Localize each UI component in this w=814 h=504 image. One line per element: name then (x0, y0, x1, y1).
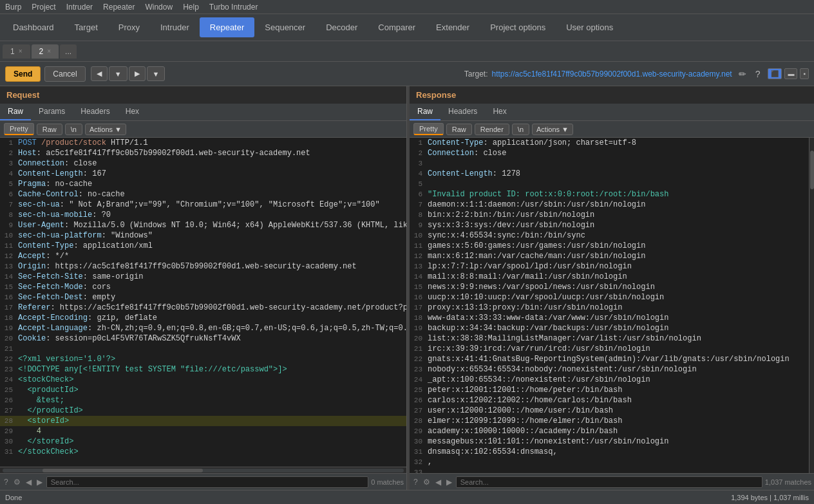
request-help-icon[interactable]: ? (3, 476, 10, 488)
tab-dashboard[interactable]: Dashboard (3, 17, 64, 37)
line-number: 26 (410, 396, 428, 405)
code-line-21: 21 (0, 344, 406, 354)
request-search-input[interactable] (46, 476, 369, 488)
prev-arrow[interactable]: ◀ (91, 66, 108, 81)
line-text: proxy:x:13:13:proxy:/bin:/usr/sbin/nolog… (428, 303, 809, 312)
code-line-30: 30 </storeId> (0, 436, 406, 447)
tab-proxy[interactable]: Proxy (108, 17, 150, 37)
code-line-24: 24_apt:x:100:65534::/nonexistent:/usr/sb… (410, 375, 809, 385)
request-ln-btn[interactable]: \n (65, 124, 82, 135)
repeater-tab-1[interactable]: 1 × (3, 44, 30, 59)
repeater-tab-2[interactable]: 2 × (32, 44, 59, 59)
code-line-24: 24<stockCheck> (0, 375, 406, 385)
response-prev-match-icon[interactable]: ◀ (434, 476, 442, 488)
request-code-area[interactable]: 1POST /product/stock HTTP/1.12Host: ac5c… (0, 138, 406, 467)
response-scrollbar-v[interactable] (809, 138, 814, 473)
line-text: <productId> (18, 386, 406, 395)
tab-decoder[interactable]: Decoder (316, 17, 368, 37)
response-ln-btn[interactable]: \n (512, 124, 529, 135)
tab-intruder[interactable]: Intruder (150, 17, 200, 37)
menu-window[interactable]: Window (145, 3, 173, 12)
request-tab-hex[interactable]: Hex (118, 104, 147, 120)
response-code-area[interactable]: 1Content-Type: application/json; charset… (410, 138, 809, 473)
line-text: <storeId> (18, 416, 406, 425)
menu-turbo[interactable]: Turbo Intruder (209, 3, 258, 12)
line-text: uucp:x:10:10:uucp:/var/spool/uucp:/usr/s… (428, 293, 809, 302)
request-prev-match-icon[interactable]: ◀ (24, 476, 33, 488)
line-text: sec-ch-ua-mobile: ?0 (18, 210, 406, 219)
line-text: Content-Length: 1278 (428, 169, 809, 178)
code-line-1: 1POST /product/stock HTTP/1.1 (0, 138, 406, 148)
request-tab-headers[interactable]: Headers (73, 104, 117, 120)
line-text: Pragma: no-cache (18, 180, 406, 189)
menu-repeater[interactable]: Repeater (103, 3, 135, 12)
response-tab-hex[interactable]: Hex (485, 104, 514, 120)
code-line-16: 16Sec-Fetch-Dest: empty (0, 292, 406, 303)
request-scrollbar-h[interactable] (0, 467, 406, 473)
response-title: Response (410, 86, 814, 104)
line-text: Sec-Fetch-Mode: cors (18, 283, 406, 292)
target-url[interactable]: https://ac5c1fe81f417ff9c0b57b99002f00d1… (492, 70, 732, 79)
request-tab-raw[interactable]: Raw (0, 104, 31, 120)
send-button[interactable]: Send (5, 66, 41, 82)
line-text: Sec-Fetch-Dest: empty (18, 293, 406, 302)
response-next-match-icon[interactable]: ▶ (445, 476, 453, 488)
line-text: sys:x:3:3:sys:/dev:/usr/sbin/nologin (428, 221, 809, 230)
line-number: 19 (410, 324, 428, 333)
tab-more[interactable]: ... (60, 44, 77, 59)
layout-maximize-icon[interactable]: ▪ (800, 68, 809, 79)
close-tab-2-icon[interactable]: × (47, 48, 51, 55)
request-raw-btn[interactable]: Raw (37, 124, 62, 135)
response-settings-icon[interactable]: ⚙ (422, 476, 431, 488)
request-pretty-btn[interactable]: Pretty (4, 123, 34, 135)
tab-user-options[interactable]: User options (556, 17, 623, 37)
response-tab-raw[interactable]: Raw (410, 104, 440, 120)
layout-split-v-icon[interactable]: ▬ (784, 68, 797, 79)
response-render-btn[interactable]: Render (475, 124, 509, 135)
menu-project[interactable]: Project (32, 3, 55, 12)
code-line-9: 9User-Agent: Mozilla/5.0 (Windows NT 10.… (0, 220, 406, 230)
response-raw-btn[interactable]: Raw (446, 124, 472, 135)
cancel-button[interactable]: Cancel (44, 66, 85, 82)
next-dropdown[interactable]: ▼ (147, 66, 166, 81)
request-settings-icon[interactable]: ⚙ (12, 476, 22, 488)
menu-intruder[interactable]: Intruder (66, 3, 93, 12)
prev-dropdown[interactable]: ▼ (109, 66, 128, 81)
line-text: nobody:x:65534:65534:nobody:/nonexistent… (428, 365, 809, 374)
line-text: Accept-Encoding: gzip, deflate (18, 313, 406, 322)
line-number: 11 (0, 241, 18, 250)
menu-burp[interactable]: Burp (5, 3, 21, 12)
line-text: bin:x:2:2:bin:/bin:/usr/sbin/nologin (428, 210, 809, 219)
line-number: 13 (0, 262, 18, 271)
response-help-icon[interactable]: ? (412, 476, 419, 488)
response-tab-headers[interactable]: Headers (440, 104, 485, 120)
request-next-match-icon[interactable]: ▶ (35, 476, 44, 488)
tab-repeater[interactable]: Repeater (200, 17, 254, 37)
response-pretty-btn[interactable]: Pretty (413, 123, 444, 135)
line-number: 1 (0, 138, 18, 147)
line-text: <!DOCTYPE any[<!ENTITY test SYSTEM "file… (18, 365, 406, 374)
tab-project-options[interactable]: Project options (480, 17, 556, 37)
response-actions-dropdown[interactable]: Actions ▼ (532, 124, 573, 135)
line-number: 20 (0, 334, 18, 343)
code-line-2: 2Host: ac5c1fe81f417ff9c0b57b99002f00d1.… (0, 148, 406, 158)
layout-split-h-icon[interactable]: ⬛ (768, 68, 782, 79)
tab-extender[interactable]: Extender (426, 17, 480, 37)
menu-help[interactable]: Help (183, 3, 199, 12)
tab-sequencer[interactable]: Sequencer (254, 17, 316, 37)
next-arrow[interactable]: ▶ (129, 66, 146, 81)
line-number: 10 (410, 231, 428, 240)
request-actions-dropdown[interactable]: Actions ▼ (85, 124, 126, 135)
close-tab-1-icon[interactable]: × (19, 48, 23, 55)
request-tab-params[interactable]: Params (31, 104, 73, 120)
line-text (428, 468, 809, 473)
code-line-14: 14Sec-Fetch-Site: same-origin (0, 272, 406, 282)
tab-target[interactable]: Target (64, 17, 108, 37)
help-target-icon[interactable]: ? (753, 68, 763, 80)
edit-target-icon[interactable]: ✏ (736, 68, 749, 80)
line-number: 22 (0, 355, 18, 364)
line-text: Sec-Fetch-Site: same-origin (18, 272, 406, 281)
tab-comparer[interactable]: Comparer (368, 17, 426, 37)
code-line-30: 30messagebus:x:101:101::/nonexistent:/us… (410, 436, 809, 447)
response-search-input[interactable] (456, 476, 762, 488)
